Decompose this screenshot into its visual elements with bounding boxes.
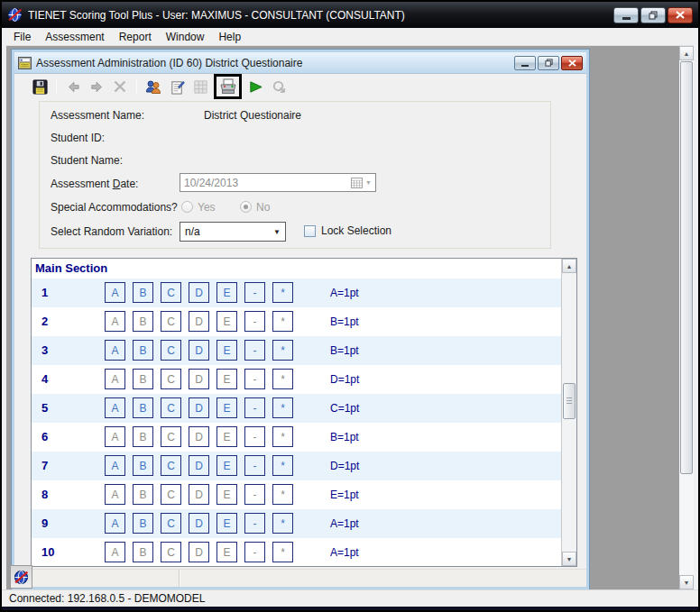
menu-file[interactable]: File	[6, 28, 38, 45]
restore-button[interactable]	[640, 7, 666, 23]
choice-button-e[interactable]: E	[216, 542, 237, 562]
minimized-window-icon[interactable]	[10, 565, 32, 589]
choice-button-c[interactable]: C	[161, 455, 181, 476]
choice-button-c[interactable]: C	[161, 282, 181, 303]
choice-button-c[interactable]: C	[161, 369, 181, 389]
choice-button-star[interactable]: *	[272, 426, 293, 447]
choice-button-b[interactable]: B	[133, 426, 153, 447]
delete-button[interactable]	[109, 76, 131, 97]
choice-button-e[interactable]: E	[216, 484, 237, 505]
choice-button-star[interactable]: *	[272, 542, 293, 562]
mdi-scrollbar[interactable]: ▲ ▼	[679, 46, 694, 589]
scroll-up-arrow[interactable]: ▲	[562, 259, 576, 273]
choice-button-b[interactable]: B	[133, 369, 153, 389]
choice-button-dash[interactable]: -	[244, 455, 265, 476]
choice-button-b[interactable]: B	[133, 455, 153, 476]
choice-button-b[interactable]: B	[133, 340, 153, 361]
choice-button-b[interactable]: B	[133, 542, 153, 562]
forward-button[interactable]	[86, 76, 107, 97]
choice-button-dash[interactable]: -	[244, 513, 265, 534]
choice-button-c[interactable]: C	[161, 340, 181, 361]
child-minimize-button[interactable]	[514, 56, 536, 70]
choice-button-dash[interactable]: -	[244, 282, 265, 303]
choice-button-a[interactable]: A	[105, 340, 125, 361]
choice-button-star[interactable]: *	[272, 397, 293, 418]
save-button[interactable]	[29, 76, 51, 97]
choice-button-b[interactable]: B	[133, 282, 153, 303]
variation-dropdown[interactable]: n/a ▼	[180, 222, 286, 242]
choice-button-star[interactable]: *	[272, 455, 293, 476]
print-button[interactable]	[218, 77, 238, 96]
scroll-down-arrow[interactable]: ▼	[562, 552, 576, 566]
choice-button-dash[interactable]: -	[244, 542, 265, 562]
choice-button-d[interactable]: D	[189, 311, 209, 332]
choice-button-b[interactable]: B	[133, 397, 153, 418]
choice-button-c[interactable]: C	[161, 513, 181, 534]
choice-button-d[interactable]: D	[189, 455, 209, 476]
choice-button-e[interactable]: E	[216, 513, 237, 534]
users-button[interactable]	[143, 76, 164, 97]
scrollbar-thumb[interactable]	[563, 383, 576, 419]
back-button[interactable]	[62, 76, 84, 97]
choice-button-e[interactable]: E	[216, 282, 237, 303]
choice-button-c[interactable]: C	[161, 542, 181, 562]
properties-button[interactable]	[166, 76, 188, 97]
choice-button-dash[interactable]: -	[244, 397, 265, 418]
minimize-button[interactable]	[613, 7, 639, 23]
menu-report[interactable]: Report	[112, 28, 159, 45]
choice-button-a[interactable]: A	[105, 397, 125, 418]
choice-button-e[interactable]: E	[216, 426, 237, 447]
choice-button-star[interactable]: *	[272, 484, 293, 505]
choice-button-a[interactable]: A	[105, 369, 125, 389]
choice-button-a[interactable]: A	[105, 513, 125, 534]
menu-assessment[interactable]: Assessment	[38, 28, 111, 45]
choice-button-d[interactable]: D	[189, 340, 209, 361]
menu-help[interactable]: Help	[211, 28, 248, 45]
choice-button-e[interactable]: E	[216, 455, 237, 476]
no-radio[interactable]	[240, 201, 252, 213]
choice-button-a[interactable]: A	[105, 484, 125, 505]
choice-button-b[interactable]: B	[133, 513, 153, 534]
choice-button-a[interactable]: A	[105, 282, 125, 303]
choice-button-c[interactable]: C	[161, 426, 181, 447]
mdi-scroll-down-arrow[interactable]: ▼	[679, 575, 694, 589]
yes-radio[interactable]	[181, 201, 193, 213]
choice-button-star[interactable]: *	[272, 369, 293, 389]
choice-button-a[interactable]: A	[105, 426, 125, 447]
menu-window[interactable]: Window	[159, 28, 212, 45]
choice-button-c[interactable]: C	[161, 397, 181, 418]
run-button[interactable]	[244, 76, 266, 97]
choice-button-star[interactable]: *	[272, 282, 293, 303]
choice-button-a[interactable]: A	[105, 311, 125, 332]
export-button[interactable]	[268, 76, 290, 97]
choice-button-d[interactable]: D	[189, 484, 209, 505]
choice-button-star[interactable]: *	[272, 513, 293, 534]
choice-button-d[interactable]: D	[189, 397, 209, 418]
lock-selection-checkbox[interactable]	[304, 225, 316, 237]
choice-button-dash[interactable]: -	[244, 369, 265, 389]
choice-button-e[interactable]: E	[216, 340, 237, 361]
child-close-button[interactable]	[561, 56, 583, 70]
choice-button-e[interactable]: E	[216, 311, 237, 332]
choice-button-c[interactable]: C	[161, 484, 181, 505]
choice-button-star[interactable]: *	[272, 311, 293, 332]
mdi-scrollbar-thumb[interactable]	[680, 61, 693, 474]
grid-button[interactable]	[189, 76, 211, 97]
choice-button-b[interactable]: B	[133, 311, 153, 332]
choice-button-e[interactable]: E	[216, 397, 237, 418]
close-button[interactable]	[668, 7, 693, 23]
choice-button-dash[interactable]: -	[244, 340, 265, 361]
choice-button-d[interactable]: D	[189, 282, 209, 303]
choice-button-b[interactable]: B	[133, 484, 153, 505]
choice-button-dash[interactable]: -	[244, 484, 265, 505]
child-restore-button[interactable]	[538, 56, 559, 70]
choice-button-dash[interactable]: -	[244, 311, 265, 332]
choice-button-d[interactable]: D	[189, 426, 209, 447]
choice-button-d[interactable]: D	[189, 369, 209, 389]
choice-button-a[interactable]: A	[105, 542, 125, 562]
choice-button-a[interactable]: A	[105, 455, 125, 476]
choice-button-e[interactable]: E	[216, 369, 237, 389]
choice-button-dash[interactable]: -	[244, 426, 265, 447]
table-scrollbar[interactable]: ▲ ▼	[561, 259, 576, 566]
assessment-date-field[interactable]: 10/24/2013 ▼	[180, 173, 376, 192]
